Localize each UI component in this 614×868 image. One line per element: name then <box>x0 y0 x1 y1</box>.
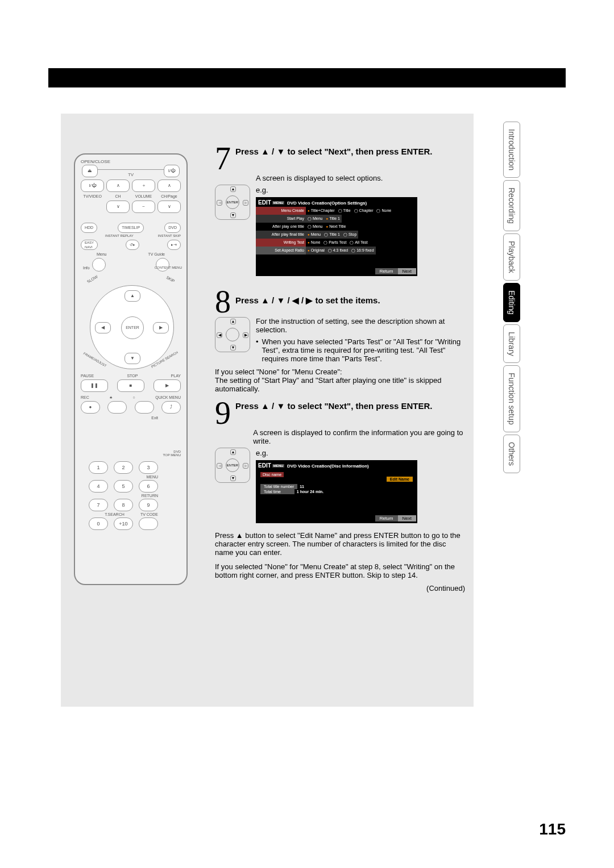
tv-section-rule <box>98 169 164 170</box>
tab-function-setup[interactable]: Function setup <box>503 365 520 432</box>
rec-label: REC <box>81 395 89 400</box>
pause-button[interactable]: ❚❚ <box>81 379 108 392</box>
numeric-keypad: 123 MENU 456 RETURN 789 T.SEARCHTV CODE … <box>89 461 158 535</box>
key-6[interactable]: 6 <box>139 480 158 493</box>
instant-replay-button[interactable]: ↺▸ <box>126 240 139 250</box>
menu-label-2: MENU <box>89 475 158 479</box>
step-7-body: A screen is displayed to select options. <box>256 174 383 182</box>
vol-down-button[interactable]: − <box>132 201 155 213</box>
tab-others[interactable]: Others <box>503 435 520 473</box>
step-9-heading: Press ▲ / ▼ to select "Next", then press… <box>235 401 433 411</box>
page-number: 115 <box>539 820 566 838</box>
key-9[interactable]: 9 <box>139 499 158 511</box>
next-button-2[interactable]: Next <box>398 515 416 521</box>
hdd-button[interactable]: HDD <box>81 223 97 233</box>
slow-label: SLOW <box>86 274 98 283</box>
key-plus10[interactable]: +10 <box>114 518 133 530</box>
tab-editing[interactable]: Editing <box>503 283 520 322</box>
tab-library[interactable]: Library <box>503 324 520 364</box>
menu-button[interactable] <box>92 258 106 272</box>
dpad-icon-2: ENTER ▲▼ ◀▶ <box>215 448 250 483</box>
eg-label: e.g. <box>256 186 268 194</box>
skip-label: SKIP <box>165 275 175 283</box>
enter-icon-2: ENTER <box>226 458 239 472</box>
tv-label: TV <box>75 172 186 177</box>
nav-down-button[interactable]: ▼ <box>125 353 140 364</box>
step-7-heading: Press ▲ / ▼ to select "Next", then press… <box>235 147 433 157</box>
dpad-icon: ENTER ▲▼ ◀▶ <box>215 185 250 220</box>
nav-left-button[interactable]: ◀ <box>95 322 111 333</box>
return-label: RETURN <box>89 494 158 498</box>
key-7[interactable]: 7 <box>89 499 108 511</box>
content-area: 7 Press ▲ / ▼ to select "Next", then pre… <box>215 147 465 592</box>
key-5[interactable]: 5 <box>114 480 133 493</box>
tab-playback[interactable]: Playback <box>503 233 520 281</box>
ch-up-button[interactable]: ∧ <box>106 180 130 192</box>
vol-up-button[interactable]: ＋ <box>132 180 155 192</box>
disc-info-screenshot: EDITMENU DVD Video Creation(Disc Informa… <box>256 460 417 523</box>
step-8-heading: Press ▲ / ▼ / ◀ / ▶ to set the items. <box>235 290 380 306</box>
instant-skip-label: INSTANT SKIP <box>158 234 181 237</box>
return-button-2[interactable]: Return <box>375 515 398 521</box>
key-tvcode[interactable] <box>139 518 158 530</box>
instant-skip-button[interactable]: ▸⇥ <box>167 240 181 250</box>
tsearch-label: T.SEARCH <box>105 512 125 516</box>
pause-label: PAUSE <box>81 374 94 378</box>
continued-label: (Continued) <box>215 584 465 592</box>
ch-label: CH <box>106 194 130 198</box>
key-0[interactable]: 0 <box>89 518 108 530</box>
step-7-number: 7 <box>215 147 231 170</box>
key-2[interactable]: 2 <box>114 461 133 474</box>
tab-introduction[interactable]: Introduction <box>503 122 520 178</box>
step-9-para1: Press ▲ button to select "Edit Name" and… <box>215 531 465 557</box>
total-title-number: 11 <box>300 485 304 489</box>
stop-button[interactable]: ■ <box>117 379 144 392</box>
total-title-label: Total title number <box>260 484 297 489</box>
tvguide-label: TV Guide <box>148 252 165 256</box>
easy-navi-button[interactable]: EASY NAVI <box>81 240 98 250</box>
total-time-value: 1 hour 24 min. <box>297 490 323 494</box>
timeslip-button[interactable]: TIMESLIP <box>118 223 144 233</box>
nav-up-button[interactable]: ▲ <box>125 290 140 302</box>
key-1[interactable]: 1 <box>89 461 108 474</box>
nav-right-button[interactable]: ▶ <box>153 322 169 333</box>
edit-name-button[interactable]: Edit Name <box>387 477 413 482</box>
menu-label: Menu <box>97 252 107 256</box>
return-button[interactable]: Return <box>375 268 398 274</box>
play-label: PLAY <box>171 374 181 378</box>
tvcode-label: TV CODE <box>140 512 158 516</box>
enter-button[interactable]: ENTER <box>121 316 144 339</box>
dvd-button[interactable]: DVD <box>164 223 181 233</box>
step-9-body: A screen is displayed to confirm the inf… <box>253 428 465 445</box>
tab-recording[interactable]: Recording <box>503 180 520 231</box>
enter-icon: ENTER <box>226 195 239 209</box>
tv-power-button[interactable]: I/⏻ <box>81 180 104 192</box>
open-close-label: OPEN/CLOSE <box>81 159 110 164</box>
key-8[interactable]: 8 <box>114 499 133 511</box>
key-3[interactable]: 3 <box>139 461 158 474</box>
exit-label: Exit <box>151 416 158 420</box>
rec-button[interactable]: ● <box>81 401 100 414</box>
fav-button[interactable] <box>107 401 127 414</box>
ch-down-button[interactable]: ∨ <box>106 201 130 213</box>
quickmenu-button[interactable]: ⤴ <box>161 401 181 414</box>
eg-label-2: e.g. <box>256 449 268 457</box>
page-up-button[interactable]: ∧ <box>157 180 181 192</box>
step-9-para2: If you selected "None" for "Menu Create"… <box>215 562 465 579</box>
quickmenu-label: QUICK MENU <box>155 395 181 400</box>
key-4[interactable]: 4 <box>89 480 108 493</box>
nav-pad: ENTER ▲ ▼ ◀ ▶ <box>90 285 174 369</box>
stop-label: STOP <box>127 374 138 378</box>
remote-control: OPEN/CLOSE ⏏ I/⏻ TV I/⏻ ∧ ＋ ∧ TV/VIDEO C… <box>74 153 188 585</box>
mark-button[interactable] <box>135 401 154 414</box>
section-tabs: Introduction Recording Playback Editing … <box>503 122 566 475</box>
tvguide-button[interactable] <box>156 258 169 272</box>
step-8-body1: For the instruction of setting, see the … <box>256 317 465 334</box>
dpad-icon-4way: ▲▼ ◀▶ <box>215 317 250 352</box>
step-8-bullet: When you have selected "Parts Test" or "… <box>262 337 465 363</box>
total-time-label: Total time <box>260 489 294 494</box>
header-bar <box>48 68 566 87</box>
play-button[interactable]: ▶ <box>154 379 181 392</box>
next-button[interactable]: Next <box>398 268 416 274</box>
page-down-button[interactable]: ∨ <box>157 201 181 213</box>
